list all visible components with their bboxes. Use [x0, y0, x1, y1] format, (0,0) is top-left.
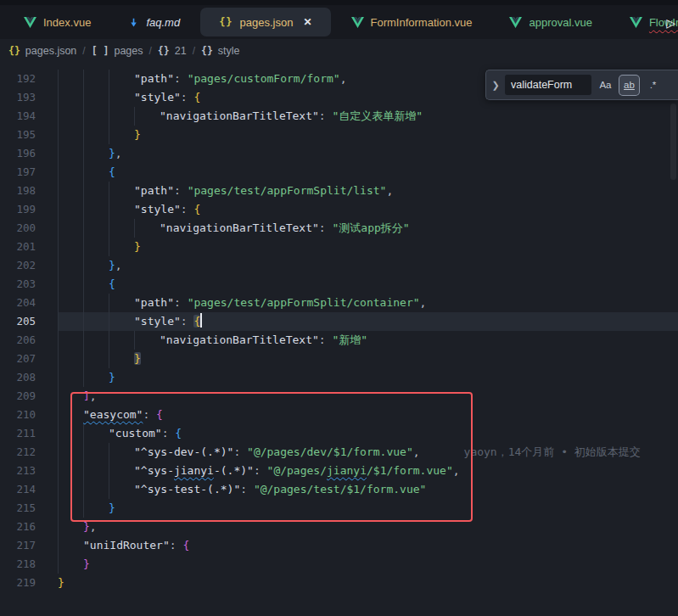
whole-word-button[interactable]: ab: [619, 76, 639, 95]
code-line[interactable]: 218}: [0, 555, 678, 574]
close-tab-icon[interactable]: ✕: [303, 16, 311, 28]
line-number: 201: [0, 238, 36, 256]
indent-guide: [109, 331, 134, 350]
code-line[interactable]: 219}: [0, 574, 678, 592]
symbol-objectGlyph: {}: [201, 45, 213, 57]
tab-faq-md[interactable]: faq.md: [109, 5, 199, 39]
line-content: "navigationBarTitleText": "测试app拆分": [58, 219, 410, 238]
code-line[interactable]: 217"uniIdRouter": {: [0, 536, 678, 555]
match-case-button[interactable]: Aa: [596, 76, 615, 95]
token: :: [319, 221, 333, 234]
indent-guide: [83, 480, 109, 499]
line-number: 213: [0, 462, 36, 480]
code-line[interactable]: 197{: [0, 163, 678, 182]
token: "navigationBarTitleText": [160, 221, 319, 234]
line-number: 199: [0, 200, 36, 219]
toggle-replace-icon[interactable]: ❯: [490, 80, 501, 91]
code-line[interactable]: 204"path": "pages/test/appFormSplit/cont…: [0, 294, 678, 312]
code-line[interactable]: 208}: [0, 368, 678, 387]
code-line[interactable]: 198"path": "pages/test/appFormSplit/list…: [0, 182, 678, 200]
code-line[interactable]: 199"style": {: [0, 200, 678, 219]
code-line[interactable]: 196},: [0, 144, 678, 163]
indent-guide: [109, 350, 134, 368]
breadcrumb-label: pages.json: [25, 45, 76, 57]
token: "uniIdRouter": [83, 539, 170, 552]
code-line[interactable]: 210"easycom": {: [0, 406, 678, 424]
token: "custom": [109, 427, 162, 440]
breadcrumb-item-21[interactable]: {}21: [158, 45, 187, 57]
token: "测试app拆分": [333, 221, 410, 234]
code-line[interactable]: 203{: [0, 275, 678, 294]
line-number: 200: [0, 219, 36, 238]
line-number: 196: [0, 144, 36, 163]
code-line[interactable]: 206"navigationBarTitleText": "新增": [0, 331, 678, 350]
indent-guide: [58, 480, 83, 499]
indent-guide: [58, 126, 83, 144]
code-line[interactable]: 201}: [0, 238, 678, 256]
editor-scrollbar[interactable]: [670, 104, 676, 180]
breadcrumb-item-style[interactable]: {}style: [201, 45, 240, 57]
vue-icon: [630, 17, 642, 28]
breadcrumb-separator: /: [82, 45, 85, 57]
code-line[interactable]: 194"navigationBarTitleText": "自定义表单新增": [0, 107, 678, 126]
code-line[interactable]: 202},: [0, 256, 678, 275]
line-content: "^sys-dev-(.*)": "@/pages/dev/$1/form.vu…: [58, 443, 641, 462]
breadcrumb-item-pages[interactable]: [ ]pages: [92, 45, 143, 57]
line-number: 214: [0, 480, 36, 499]
token: :: [240, 483, 254, 496]
tab-approval-vue[interactable]: approval.vue: [490, 5, 610, 39]
code-line[interactable]: 216},: [0, 518, 678, 536]
token: :: [143, 408, 156, 421]
line-number: 217: [0, 536, 36, 555]
text-cursor: [200, 313, 202, 328]
find-widget: ❯ Aaab.*: [485, 70, 678, 100]
code-line[interactable]: 215}: [0, 499, 678, 518]
token: :: [174, 184, 188, 197]
line-number: 212: [0, 443, 36, 462]
token: }: [109, 259, 115, 272]
indent-guide: [58, 88, 83, 107]
indent-guide: [109, 480, 134, 499]
code-editor[interactable]: 192"path": "pages/customForm/form",193"s…: [0, 63, 678, 616]
code-line[interactable]: 209],: [0, 387, 678, 406]
indent-guide: [58, 163, 83, 182]
indent-guide: [58, 219, 83, 238]
token: "新增": [333, 333, 368, 346]
find-option-label: ab: [624, 80, 635, 90]
regex-button[interactable]: .*: [643, 76, 663, 95]
breadcrumb-label: pages: [114, 45, 143, 57]
tab-overflow-chevron-icon[interactable]: ▷: [666, 16, 675, 30]
line-content: "path": "pages/test/appFormSplit/list",: [58, 182, 393, 200]
breadcrumb-separator: /: [149, 45, 152, 57]
breadcrumb-item-pages-json[interactable]: {}pages.json: [8, 45, 76, 57]
token: ,: [453, 464, 460, 477]
token: "path": [134, 296, 174, 309]
code-line[interactable]: 195}: [0, 126, 678, 144]
tab-pages-json[interactable]: {}pages.json✕: [200, 8, 330, 36]
indent-guide: [109, 443, 134, 462]
token: "pages/customForm/form": [188, 72, 340, 85]
code-line[interactable]: 205"style": {: [0, 312, 678, 331]
token: "^sys-: [134, 464, 174, 477]
code-line[interactable]: 214"^sys-test-(.*)": "@/pages/test/$1/fo…: [0, 480, 678, 499]
indent-guide: [134, 219, 160, 238]
indent-guide: [109, 312, 134, 331]
line-content: "easycom": {: [58, 406, 163, 424]
tab-forminformation-vue[interactable]: FormInformation.vue: [333, 5, 491, 39]
find-option-label: Aa: [599, 80, 611, 90]
line-content: "path": "pages/test/appFormSplit/contain…: [58, 294, 426, 312]
code-line[interactable]: 207}: [0, 350, 678, 368]
token: }: [109, 147, 115, 160]
code-line[interactable]: 213"^sys-jianyi-(.*)": "@/pages/jianyi/$…: [0, 462, 678, 480]
indent-guide: [83, 219, 109, 238]
indent-guide: [58, 144, 83, 163]
code-line[interactable]: 211"custom": {: [0, 424, 678, 443]
code-line[interactable]: 212"^sys-dev-(.*)": "@/pages/dev/$1/form…: [0, 443, 678, 462]
indent-guide: [109, 70, 134, 88]
find-input[interactable]: [505, 75, 591, 95]
token: ,: [115, 147, 122, 160]
line-number: 209: [0, 387, 36, 406]
line-number: 216: [0, 518, 36, 536]
tab-index-vue[interactable]: Index.vue: [5, 5, 109, 39]
code-line[interactable]: 200"navigationBarTitleText": "测试app拆分": [0, 219, 678, 238]
